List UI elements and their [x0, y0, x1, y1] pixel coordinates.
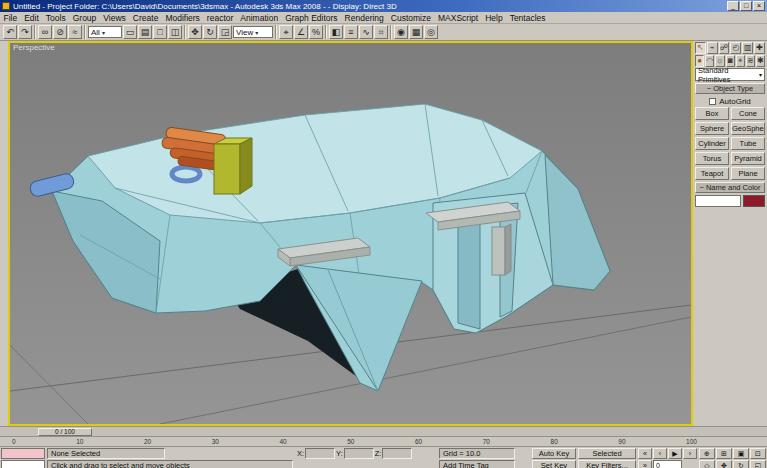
- percent-snap-icon[interactable]: %: [309, 25, 323, 39]
- maximize-button[interactable]: □: [740, 1, 752, 11]
- green-box-object[interactable]: [214, 138, 252, 194]
- angle-snap-icon[interactable]: ∠: [294, 25, 308, 39]
- viewport-scene[interactable]: [10, 43, 691, 424]
- quick-render-icon[interactable]: ◎: [424, 25, 438, 39]
- tab-modify-icon[interactable]: ⌁: [707, 42, 718, 54]
- time-slider[interactable]: 0 / 100: [0, 426, 767, 436]
- tab-motion-icon[interactable]: ◴: [730, 42, 741, 54]
- mini-listener-script-line[interactable]: [1, 460, 45, 468]
- material-editor-icon[interactable]: ◉: [394, 25, 408, 39]
- track-bar[interactable]: 0 10 20 30 40 50 60 70 80 90 100: [0, 436, 767, 446]
- align-icon[interactable]: ≡: [344, 25, 358, 39]
- menu-tentacles[interactable]: Tentacles: [506, 13, 549, 23]
- menu-customize[interactable]: Customize: [387, 13, 434, 23]
- object-type-buttons: Box Cone Sphere GeoSphere Cylinder Tube …: [695, 107, 765, 180]
- close-button[interactable]: ×: [753, 1, 765, 11]
- select-move-icon[interactable]: ✥: [188, 25, 202, 39]
- select-rotate-icon[interactable]: ↻: [203, 25, 217, 39]
- menu-graph-editors[interactable]: Graph Editors: [282, 13, 341, 23]
- menu-views[interactable]: Views: [100, 13, 130, 23]
- redo-icon[interactable]: ↷: [18, 25, 32, 39]
- menu-file[interactable]: File: [0, 13, 21, 23]
- object-type-rollout[interactable]: − Object Type: [695, 83, 765, 94]
- cone-button[interactable]: Cone: [731, 107, 765, 120]
- key-mode-dropdown[interactable]: Selected: [578, 448, 636, 459]
- select-link-icon[interactable]: ∞: [38, 25, 52, 39]
- box-button[interactable]: Box: [695, 107, 729, 120]
- torus-button[interactable]: Torus: [695, 152, 729, 165]
- zoom-icon[interactable]: ⊕: [699, 448, 715, 459]
- mini-listener-macro-line[interactable]: [1, 448, 45, 459]
- y-coordinate-field[interactable]: [344, 448, 374, 459]
- perspective-viewport[interactable]: Perspective: [8, 41, 693, 426]
- viewport-label[interactable]: Perspective: [13, 43, 55, 52]
- menu-reactor[interactable]: reactor: [203, 13, 236, 23]
- undo-icon[interactable]: ↶: [3, 25, 17, 39]
- tab-hierarchy-icon[interactable]: ☍: [719, 42, 730, 54]
- subcategory-dropdown[interactable]: Standard Primitives ▾: [695, 68, 765, 81]
- rect-region-icon[interactable]: □: [153, 25, 167, 39]
- go-to-start-icon[interactable]: «: [638, 448, 652, 459]
- menu-tools[interactable]: Tools: [42, 13, 69, 23]
- menu-animation[interactable]: Animation: [237, 13, 282, 23]
- selection-status: None Selected: [47, 448, 165, 459]
- snap-toggle-icon[interactable]: ⌖: [279, 25, 293, 39]
- schematic-view-icon[interactable]: ⌗: [374, 25, 388, 39]
- next-frame-icon[interactable]: ›: [683, 448, 697, 459]
- mirror-icon[interactable]: ◧: [329, 25, 343, 39]
- status-bar: None Selected Click and drag to select a…: [0, 446, 767, 468]
- plane-button[interactable]: Plane: [731, 167, 765, 180]
- z-coordinate-field[interactable]: [382, 448, 412, 459]
- tab-create-icon[interactable]: ↖: [695, 42, 706, 54]
- min-max-toggle-icon[interactable]: ◱: [750, 460, 766, 468]
- chevron-down-icon: ▾: [102, 29, 105, 36]
- teapot-button[interactable]: Teapot: [695, 167, 729, 180]
- zoom-extents-icon[interactable]: ▣: [733, 448, 749, 459]
- select-object-icon[interactable]: ▭: [123, 25, 137, 39]
- field-of-view-icon[interactable]: ◇: [699, 460, 715, 468]
- previous-frame-icon[interactable]: ‹: [653, 448, 667, 459]
- menu-help[interactable]: Help: [482, 13, 506, 23]
- pyramid-button[interactable]: Pyramid: [731, 152, 765, 165]
- curve-editor-icon[interactable]: ∿: [359, 25, 373, 39]
- play-icon[interactable]: ▶: [668, 448, 682, 459]
- render-setup-icon[interactable]: ▦: [409, 25, 423, 39]
- window-crossing-icon[interactable]: ◫: [168, 25, 182, 39]
- name-color-rollout[interactable]: − Name and Color: [695, 182, 765, 193]
- tab-utilities-icon[interactable]: ✚: [754, 42, 765, 54]
- autogrid-checkbox[interactable]: [709, 98, 716, 105]
- arc-rotate-icon[interactable]: ↻: [733, 460, 749, 468]
- bind-spacewarp-icon[interactable]: ≈: [68, 25, 82, 39]
- reference-coordinate-dropdown[interactable]: View ▾: [233, 26, 273, 38]
- unlink-icon[interactable]: ⊘: [53, 25, 67, 39]
- object-color-swatch[interactable]: [743, 195, 765, 207]
- set-key-button[interactable]: Set Key: [532, 460, 576, 468]
- cylinder-button[interactable]: Cylinder: [695, 137, 729, 150]
- menu-group[interactable]: Group: [69, 13, 100, 23]
- zoom-all-icon[interactable]: ⊞: [716, 448, 732, 459]
- menu-rendering[interactable]: Rendering: [341, 13, 387, 23]
- pan-icon[interactable]: ✥: [716, 460, 732, 468]
- add-time-tag[interactable]: Add Time Tag: [439, 460, 515, 468]
- menu-edit[interactable]: Edit: [21, 13, 43, 23]
- auto-key-button[interactable]: Auto Key: [532, 448, 576, 459]
- go-to-end-icon[interactable]: »: [638, 460, 652, 468]
- object-name-input[interactable]: [695, 195, 741, 207]
- select-by-name-icon[interactable]: ▤: [138, 25, 152, 39]
- minimize-button[interactable]: _: [727, 1, 739, 11]
- x-coordinate-field[interactable]: [305, 448, 335, 459]
- tube-button[interactable]: Tube: [731, 137, 765, 150]
- sphere-button[interactable]: Sphere: [695, 122, 729, 135]
- selection-filter-dropdown[interactable]: All ▾: [88, 26, 122, 38]
- time-slider-grip[interactable]: 0 / 100: [38, 428, 92, 436]
- menu-maxscript[interactable]: MAXScript: [434, 13, 481, 23]
- key-filters-button[interactable]: Key Filters...: [578, 460, 636, 468]
- geosphere-button[interactable]: GeoSphere: [731, 122, 765, 135]
- menu-modifiers[interactable]: Modifiers: [162, 13, 203, 23]
- tick-label: 20: [144, 438, 151, 445]
- select-scale-icon[interactable]: ◲: [218, 25, 232, 39]
- current-frame-field[interactable]: 0: [653, 460, 682, 468]
- tab-display-icon[interactable]: ▥: [742, 42, 753, 54]
- menu-create[interactable]: Create: [129, 13, 162, 23]
- zoom-extents-all-icon[interactable]: ⊡: [750, 448, 766, 459]
